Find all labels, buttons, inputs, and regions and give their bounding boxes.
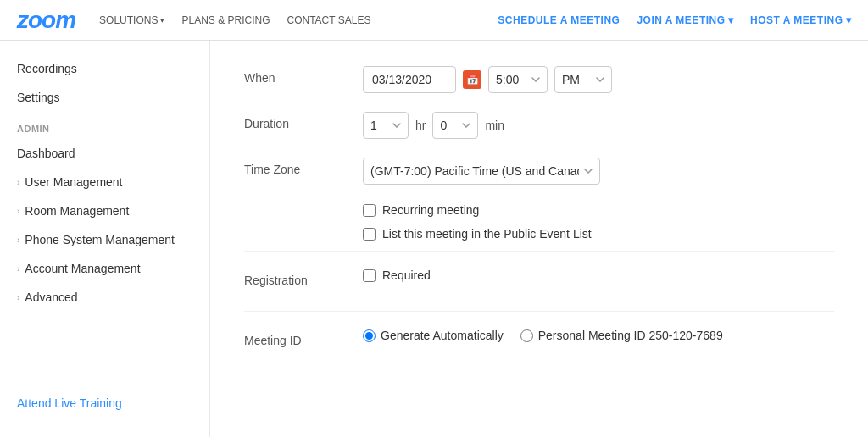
host-meeting-link[interactable]: HOST A MEETING ▾ (750, 14, 851, 26)
schedule-meeting-link[interactable]: SCHEDULE A MEETING (498, 14, 620, 26)
sidebar-item-recordings[interactable]: Recordings (0, 54, 209, 83)
top-navigation: zoom SOLUTIONS ▾ PLANS & PRICING CONTACT… (0, 0, 868, 41)
registration-controls: Required (363, 268, 431, 292)
registration-label: Registration (244, 268, 363, 287)
sidebar-item-dashboard[interactable]: Dashboard (0, 139, 209, 168)
timezone-label: Time Zone (244, 158, 363, 176)
duration-controls: 1 hr 0 min (363, 112, 504, 139)
min-unit-label: min (485, 119, 504, 132)
sidebar-content: Recordings Settings ADMIN Dashboard › Us… (0, 54, 209, 383)
admin-section-label: ADMIN (0, 112, 209, 139)
date-input[interactable] (363, 66, 456, 93)
user-mgmt-chevron-icon: › (17, 178, 19, 187)
public-event-row: List this meeting in the Public Event Li… (363, 227, 834, 241)
recurring-section: Recurring meeting List this meeting in t… (363, 203, 834, 241)
sidebar-item-phone-system[interactable]: › Phone System Management (0, 225, 209, 254)
public-event-checkbox[interactable] (363, 228, 376, 241)
divider (244, 251, 834, 252)
recurring-label[interactable]: Recurring meeting (382, 203, 479, 217)
sidebar-item-account-management[interactable]: › Account Management (0, 254, 209, 283)
nav-right: SCHEDULE A MEETING JOIN A MEETING ▾ HOST… (498, 14, 851, 26)
personal-id-option: Personal Meeting ID 250-120-7689 (520, 329, 723, 342)
when-controls: 📅 5:00 AM PM (363, 66, 612, 93)
recurring-checkbox[interactable] (363, 204, 376, 217)
sidebar-item-room-management[interactable]: › Room Management (0, 196, 209, 225)
divider-2 (244, 311, 834, 312)
nav-contact[interactable]: CONTACT SALES (287, 14, 371, 26)
ampm-select[interactable]: AM PM (554, 66, 612, 93)
host-arrow-icon: ▾ (846, 14, 852, 26)
when-row: When 📅 5:00 AM PM (244, 66, 834, 93)
nav-solutions[interactable]: SOLUTIONS ▾ (99, 14, 164, 26)
solutions-arrow-icon: ▾ (160, 16, 164, 25)
duration-min-select[interactable]: 0 (432, 112, 478, 139)
meeting-id-controls: Generate Automatically Personal Meeting … (363, 329, 723, 342)
sidebar-item-user-management[interactable]: › User Management (0, 168, 209, 196)
main-content: When 📅 5:00 AM PM Duration 1 hr (210, 41, 868, 437)
timezone-row: Time Zone (GMT-7:00) Pacific Time (US an… (244, 158, 834, 185)
calendar-icon[interactable]: 📅 (463, 70, 481, 89)
nav-left: zoom SOLUTIONS ▾ PLANS & PRICING CONTACT… (17, 7, 370, 34)
sidebar-item-advanced[interactable]: › Advanced (0, 283, 209, 312)
personal-id-radio[interactable] (520, 329, 533, 342)
meeting-id-radio-group: Generate Automatically Personal Meeting … (363, 329, 723, 342)
duration-hr-select[interactable]: 1 (363, 112, 409, 139)
auto-generate-radio[interactable] (363, 329, 376, 342)
duration-label: Duration (244, 112, 363, 130)
phone-chevron-icon: › (17, 235, 19, 245)
join-meeting-link[interactable]: JOIN A MEETING ▾ (637, 14, 733, 26)
auto-generate-option: Generate Automatically (363, 329, 504, 342)
sidebar-wrapper: Recordings Settings ADMIN Dashboard › Us… (0, 54, 209, 423)
when-label: When (244, 66, 363, 85)
timezone-controls: (GMT-7:00) Pacific Time (US and Canada) (363, 158, 600, 185)
public-event-label[interactable]: List this meeting in the Public Event Li… (382, 227, 592, 241)
room-mgmt-chevron-icon: › (17, 207, 19, 216)
time-select[interactable]: 5:00 (488, 66, 548, 93)
zoom-logo[interactable]: zoom (17, 7, 75, 34)
duration-row: Duration 1 hr 0 min (244, 112, 834, 139)
required-checkbox[interactable] (363, 269, 376, 282)
advanced-chevron-icon: › (17, 293, 19, 302)
required-label[interactable]: Required (382, 268, 431, 282)
sidebar-bottom: Attend Live Training (0, 383, 209, 423)
auto-generate-label[interactable]: Generate Automatically (381, 329, 504, 342)
nav-plans[interactable]: PLANS & PRICING (181, 14, 270, 26)
registration-required-row: Required (363, 268, 431, 282)
sidebar-item-settings[interactable]: Settings (0, 83, 209, 112)
account-mgmt-chevron-icon: › (17, 264, 19, 274)
hr-unit-label: hr (415, 119, 426, 132)
personal-id-label[interactable]: Personal Meeting ID 250-120-7689 (538, 329, 723, 342)
meeting-id-label: Meeting ID (244, 329, 363, 347)
nav-links: SOLUTIONS ▾ PLANS & PRICING CONTACT SALE… (99, 14, 370, 26)
registration-row: Registration Required (244, 268, 834, 292)
join-arrow-icon: ▾ (728, 14, 734, 26)
attend-live-training-link[interactable]: Attend Live Training (17, 396, 122, 410)
main-layout: Recordings Settings ADMIN Dashboard › Us… (0, 41, 868, 437)
sidebar: Recordings Settings ADMIN Dashboard › Us… (0, 41, 210, 437)
recurring-row: Recurring meeting (363, 203, 834, 217)
timezone-select[interactable]: (GMT-7:00) Pacific Time (US and Canada) (363, 158, 600, 185)
meeting-id-row: Meeting ID Generate Automatically Person… (244, 329, 834, 347)
